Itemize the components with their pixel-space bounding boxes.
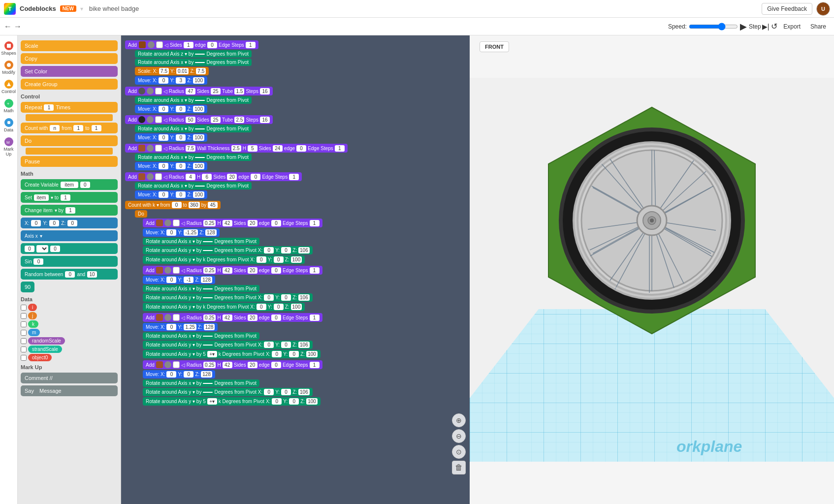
copy-block[interactable]: Copy	[21, 53, 118, 64]
speed-slider[interactable]	[689, 23, 738, 31]
set-val-input[interactable]	[61, 194, 70, 201]
count-var-input[interactable]	[50, 125, 60, 131]
move-6[interactable]: Move: X: 0 Y: -1.25 Z: 128	[143, 228, 220, 237]
sidebar-item-markup[interactable]: M Mark Up	[0, 135, 17, 158]
var-name-input[interactable]	[61, 182, 78, 188]
add-block-8[interactable]: Add ◁ Radius 0.25 H 42 Sides 20 edge 0 E…	[143, 313, 322, 322]
var-randomscale-checkbox[interactable]	[21, 338, 27, 344]
var-val-input[interactable]	[80, 182, 90, 188]
avatar[interactable]: U	[816, 2, 830, 16]
delete-button[interactable]: 🗑	[452, 461, 466, 474]
var-i-checkbox[interactable]	[21, 305, 27, 311]
move-4[interactable]: Move: X: 0 Y: 0 Z: 100	[135, 162, 207, 170]
var-object0-pill[interactable]: object0	[28, 354, 52, 361]
var-j-pill[interactable]: j	[28, 312, 37, 319]
play-button[interactable]: ▶	[740, 21, 747, 32]
add-block-1[interactable]: Add ◁ Sides 1 edge 0 Edge Steps 1	[125, 40, 258, 49]
var-k-pill[interactable]: k	[28, 320, 38, 328]
rotate-axis-y-3[interactable]: Rotate around Axis y ▾ by Degrees from P…	[143, 293, 313, 302]
reset-button[interactable]: ↺	[771, 22, 777, 31]
comment-block[interactable]: Comment //	[21, 373, 118, 383]
rotate-axis-x-8[interactable]: Rotate around Axis x ▾ by Degrees from P…	[143, 332, 259, 340]
move-1[interactable]: Move: X: 0 Y: 3 Z: 100	[135, 76, 207, 85]
create-variable-block[interactable]: Create Variable	[21, 179, 118, 190]
rotate-axis-x-3[interactable]: Rotate around Axis x ▾ by Degrees from P…	[135, 125, 252, 132]
zoom-in-editor-button[interactable]: ⊕	[452, 413, 466, 427]
var-randomscale-pill[interactable]: randomScale	[28, 337, 65, 345]
set-item-input[interactable]	[34, 194, 49, 201]
move-8[interactable]: Move: X: 0 Y: 1.25 Z: 128	[143, 323, 218, 331]
sidebar-item-math[interactable]: + Math	[0, 97, 17, 115]
var-strandscale-checkbox[interactable]	[21, 346, 27, 352]
var-object0-checkbox[interactable]	[21, 355, 27, 361]
scale-block[interactable]: Scale	[21, 40, 118, 51]
rotate-axis-y-4[interactable]: Rotate around Axis y ▾ by k Degrees from…	[143, 303, 305, 311]
share-button[interactable]: Share	[806, 22, 830, 31]
set-color-block[interactable]: Set Color	[21, 66, 118, 77]
move-9[interactable]: Move: X: 0 Y: 0 Z: 128	[143, 370, 215, 378]
add-block-7[interactable]: Add ◁ Radius 0.25 H 42 Sides 20 edge 0 E…	[143, 266, 322, 275]
var-k-checkbox[interactable]	[21, 321, 27, 327]
zoom-out-editor-button[interactable]: ⊖	[452, 429, 466, 443]
repeat-block[interactable]: Repeat Times	[21, 102, 118, 113]
var-j-checkbox[interactable]	[21, 313, 27, 319]
axis-block[interactable]: Axis x▾	[21, 230, 118, 241]
move-3[interactable]: Move: X: 0 Y: 0 Z: 100	[135, 133, 207, 142]
back-button[interactable]: ←	[4, 22, 12, 31]
add-block-4[interactable]: Add ◁ Radius 7.5 Wall Thickness 2.5 H 5 …	[125, 144, 348, 153]
give-feedback-button[interactable]: Give Feedback	[762, 3, 812, 15]
rand-from-input[interactable]	[65, 271, 75, 278]
say-block[interactable]: Say Message	[21, 385, 118, 396]
center-editor-button[interactable]: ⊙	[452, 445, 466, 459]
rotate-axis-x-5[interactable]: Rotate around Axis x ▾ by Degrees from P…	[135, 182, 252, 189]
random-block[interactable]: Random between and	[21, 269, 118, 280]
rotate-axis-x-1[interactable]: Rotate around Axis x ▾ by Degrees from P…	[135, 59, 252, 66]
sidebar-item-shapes[interactable]: Shapes	[0, 39, 17, 58]
count-to-input[interactable]	[92, 125, 101, 131]
xyz-block[interactable]: X: Y: Z:	[21, 218, 118, 228]
rotate-axis-x-4[interactable]: Rotate around Axis x ▾ by Degrees from P…	[135, 154, 252, 161]
rotate-axis-y-6[interactable]: Rotate around Axis y ▾ by 5 +▾ k Degrees…	[143, 350, 321, 358]
step-button[interactable]: Step ▶|	[749, 23, 769, 31]
rotate-axis-y-8[interactable]: Rotate around Axis y ▾ by 5 +▾ k Degrees…	[143, 397, 321, 406]
rotate-axis-x-2[interactable]: Rotate around Axis x ▾ by Degrees from P…	[135, 96, 252, 104]
code-editor[interactable]: Add ◁ Sides 1 edge 0 Edge Steps 1 Rotate…	[121, 35, 470, 504]
var-i-pill[interactable]: i	[28, 304, 37, 311]
add-block-9[interactable]: Add ◁ Radius 0.25 H 42 Sides 20 edge 0 E…	[143, 360, 322, 369]
rotate-axis-x-9[interactable]: Rotate around Axis x ▾ by Degrees from P…	[143, 379, 259, 387]
rotate-axis-y-5[interactable]: Rotate around Axis y ▾ by Degrees from P…	[143, 341, 313, 349]
op1-input[interactable]	[25, 246, 34, 252]
rand-to-input[interactable]	[87, 271, 97, 278]
set-item-block[interactable]: Set ▾ to	[21, 192, 118, 203]
rotate-axis-y-1[interactable]: Rotate around Axis y ▾ by Degrees from P…	[143, 246, 313, 254]
change-val-input[interactable]	[65, 207, 75, 214]
repeat-input[interactable]	[44, 104, 54, 111]
op2-input[interactable]	[50, 246, 60, 252]
rotate-axis-x-7[interactable]: Rotate around Axis x ▾ by Degrees from P…	[143, 285, 259, 292]
pause-block[interactable]: Pause	[21, 156, 118, 167]
move-2[interactable]: Move: X: 0 Y: 0 Z: 100	[135, 105, 207, 113]
export-button[interactable]: Export	[779, 22, 804, 31]
rotate-axis-y-2[interactable]: Rotate around Axis y ▾ by k Degrees from…	[143, 255, 305, 264]
do-block-inner[interactable]: Do	[135, 210, 147, 218]
rotate-axis-x-6[interactable]: Rotate around Axis x ▾ by Degrees from P…	[143, 238, 259, 245]
add-block-3[interactable]: Add ◁ Radius 50 Sides 25 Tube 2.5 Steps …	[125, 115, 273, 124]
count-block[interactable]: Count with from to	[21, 123, 118, 133]
add-block-6[interactable]: Add ◁ Radius 0.25 H 42 Sides 20 edge 0 E…	[143, 219, 322, 227]
var-m-pill[interactable]: m	[28, 329, 40, 336]
x-input[interactable]	[31, 220, 41, 226]
sidebar-item-data[interactable]: Data	[0, 116, 17, 134]
sin-input[interactable]	[33, 258, 43, 265]
scale-1[interactable]: Scale: X: 7.5 Y: 0.01 Z: 7.5	[135, 67, 209, 75]
rotate-axis-y-7[interactable]: Rotate around Axis y ▾ by Degrees from P…	[143, 388, 313, 396]
op-select[interactable]: +-×÷	[36, 245, 48, 252]
sidebar-item-control[interactable]: Control	[0, 78, 17, 96]
ops-block[interactable]: +-×÷	[21, 243, 118, 254]
change-item-block[interactable]: Change item ▾ by	[21, 205, 118, 216]
move-5[interactable]: Move: X: 0 Y: 0 Z: 100	[135, 190, 207, 199]
rotate-axis-z-1[interactable]: Rotate around Axis z ▾ by Degrees from P…	[135, 50, 252, 58]
create-group-block[interactable]: Create Group	[21, 79, 118, 90]
y-input[interactable]	[49, 220, 59, 226]
do-block[interactable]: Do	[21, 135, 118, 146]
sin-block[interactable]: Sin	[21, 256, 118, 267]
